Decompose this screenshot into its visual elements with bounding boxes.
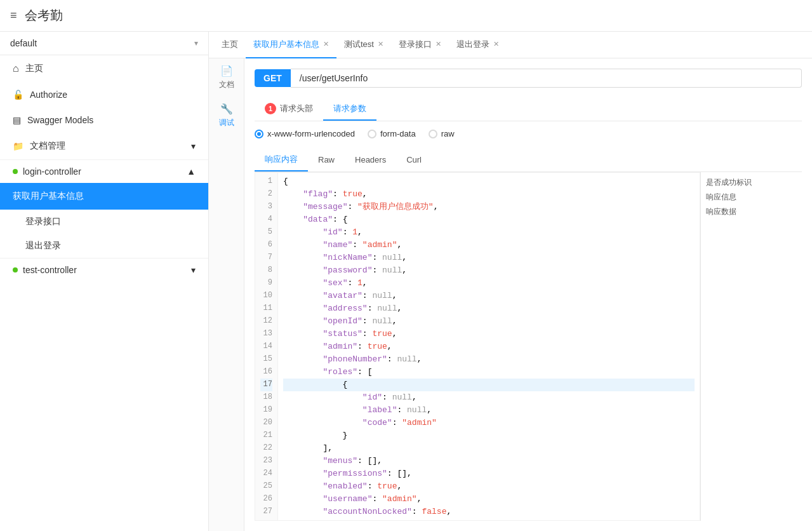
annotation-message: 响应信息 [706,192,797,203]
chevron-down-icon-test: ▾ [191,265,196,275]
annotations-panel: 是否成功标识 响应信息 响应数据 [700,172,802,521]
sidebar-item-swagger-models-label: Swagger Models [27,115,93,125]
sidebar-item-home[interactable]: ⌂ 主页 [0,55,208,82]
panel: 📄 文档 🔧 调试 GET /user/getUserInfo [209,58,812,531]
code-block[interactable]: 1234567891011121314151617181920212223242… [255,172,700,521]
test-controller-label: test-controller [23,265,77,275]
sidebar-item-home-label: 主页 [25,63,43,74]
status-dot [13,169,18,174]
response-tabs: 响应内容 Raw Headers Curl [255,149,802,172]
sidebar-item-logout-label: 退出登录 [25,240,61,250]
swagger-models-icon: ▤ [13,115,21,125]
sidebar-item-get-user-info[interactable]: 获取用户基本信息 [0,183,208,210]
sidebar-item-logout[interactable]: 退出登录 [0,234,208,258]
radio-x-www-circle [255,130,263,138]
resp-tab-content[interactable]: 响应内容 [255,149,308,171]
home-icon: ⌂ [13,63,19,74]
tabs-bar: 主页 获取用户基本信息 ✕ 测试test ✕ 登录接口 ✕ 退出登录 ✕ [209,32,812,58]
sidebar-item-authorize-label: Authorize [30,90,67,100]
sidebar-item-doc-management[interactable]: 📁 文档管理 ▾ [0,133,208,159]
response-area: 响应内容 Raw Headers Curl 123456789101112131… [255,149,802,521]
sidebar-item-get-user-info-label: 获取用户基本信息 [13,191,84,202]
tab-logout-label: 退出登录 [456,39,489,50]
radio-group: x-www-form-urlencoded form-data raw [255,129,802,138]
radio-form-data[interactable]: form-data [368,129,416,138]
app-title: 会考勤 [25,7,63,24]
radio-x-www[interactable]: x-www-form-urlencoded [255,129,355,138]
tab-get-user-info[interactable]: 获取用户基本信息 ✕ [246,32,336,58]
annotation-data: 响应数据 [706,206,797,217]
project-select-value: default [10,38,37,48]
sidebar-item-login-api-label: 登录接口 [25,216,61,226]
code-content: { "flag": true, "message": "获取用户信息成功", "… [278,173,700,520]
menu-icon[interactable]: ≡ [10,9,17,22]
tab-close-get-user-info[interactable]: ✕ [323,40,329,48]
radio-raw-circle [429,130,437,138]
panel-sidebar-debug-label: 调试 [219,118,234,128]
resp-tab-raw[interactable]: Raw [308,150,345,171]
chevron-up-icon: ▲ [187,166,196,177]
annotation-flag: 是否成功标识 [706,177,797,188]
docs-icon: 📄 [220,65,233,77]
tab-close-test[interactable]: ✕ [378,40,383,48]
panel-main: GET /user/getUserInfo 1 请求头部 请求参数 [244,58,812,531]
endpoint-url: /user/getUserInfo [291,69,802,88]
lock-icon: 🔓 [13,90,23,100]
panel-sidebar: 📄 文档 🔧 调试 [209,58,244,531]
radio-raw-label: raw [441,129,455,138]
top-bar: ≡ 会考勤 [0,0,812,32]
tab-home[interactable]: 主页 [214,32,246,58]
tab-close-logout[interactable]: ✕ [493,40,499,48]
main-layout: default ▾ ⌂ 主页 🔓 Authorize ▤ Swagger Mod… [0,32,812,531]
radio-raw[interactable]: raw [429,129,455,138]
sidebar-section-test-controller[interactable]: test-controller ▾ [0,258,208,281]
panel-sidebar-docs-label: 文档 [219,79,234,90]
endpoint-bar: GET /user/getUserInfo [255,69,802,88]
tab-logout[interactable]: 退出登录 ✕ [449,32,507,58]
tab-login-api[interactable]: 登录接口 ✕ [391,32,449,58]
sidebar: default ▾ ⌂ 主页 🔓 Authorize ▤ Swagger Mod… [0,32,209,531]
chevron-down-icon: ▾ [194,39,198,48]
resp-tab-headers[interactable]: Headers [345,150,396,171]
tab-test[interactable]: 测试test ✕ [336,32,391,58]
headers-badge: 1 [265,103,276,114]
content-area: 主页 获取用户基本信息 ✕ 测试test ✕ 登录接口 ✕ 退出登录 ✕ [209,32,812,531]
tab-login-api-label: 登录接口 [399,39,432,50]
line-numbers: 1234567891011121314151617181920212223242… [255,173,278,520]
tab-test-label: 测试test [344,39,374,50]
req-tab-params[interactable]: 请求参数 [323,98,376,121]
sidebar-item-swagger-models[interactable]: ▤ Swagger Models [0,107,208,133]
tab-get-user-info-label: 获取用户基本信息 [253,39,319,50]
sidebar-section-login-controller[interactable]: login-controller ▲ [0,159,208,183]
tab-close-login-api[interactable]: ✕ [436,40,441,48]
method-badge: GET [255,69,291,87]
panel-sidebar-docs[interactable]: 📄 文档 [219,65,234,90]
req-tab-params-label: 请求参数 [333,103,366,114]
debug-icon: 🔧 [220,103,233,115]
chevron-down-icon: ▾ [191,141,196,151]
radio-form-data-circle [368,130,376,138]
login-controller-label: login-controller [23,166,81,177]
sidebar-item-login-api[interactable]: 登录接口 [0,210,208,234]
panel-sidebar-debug[interactable]: 🔧 调试 [219,103,234,128]
req-tab-headers-label: 请求头部 [280,103,313,114]
project-select[interactable]: default ▾ [0,32,208,55]
request-tabs: 1 请求头部 请求参数 [255,98,802,121]
req-tab-headers[interactable]: 1 请求头部 [255,98,323,121]
tab-home-label: 主页 [222,39,238,50]
sidebar-item-authorize[interactable]: 🔓 Authorize [0,82,208,107]
sidebar-item-doc-management-label: 文档管理 [30,140,65,152]
radio-x-www-label: x-www-form-urlencoded [267,129,355,138]
response-content: 1234567891011121314151617181920212223242… [255,172,802,521]
status-dot-test [13,267,18,272]
resp-tab-curl[interactable]: Curl [396,150,432,171]
radio-form-data-label: form-data [380,129,416,138]
doc-management-icon: 📁 [13,141,23,151]
